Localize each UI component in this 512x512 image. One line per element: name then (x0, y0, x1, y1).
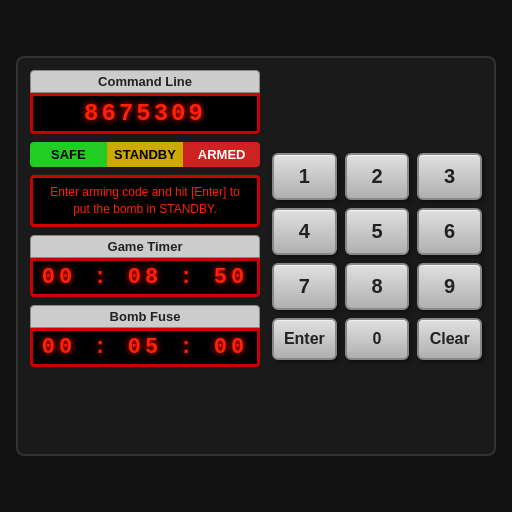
key-3[interactable]: 3 (417, 153, 482, 200)
status-armed: ARMED (183, 142, 260, 167)
timer-display: 00 : 08 : 50 (30, 258, 260, 297)
message-box: Enter arming code and hit [Enter] to put… (30, 175, 260, 227)
status-standby: STANDBY (107, 142, 184, 167)
keypad-grid: 123456789 (272, 153, 482, 310)
key-6[interactable]: 6 (417, 208, 482, 255)
timer-label: Game Timer (30, 235, 260, 258)
key-2[interactable]: 2 (345, 153, 410, 200)
keypad-bottom: Enter0Clear (272, 318, 482, 360)
command-display: 8675309 (30, 93, 260, 134)
fuse-section: Bomb Fuse 00 : 05 : 00 (30, 305, 260, 367)
key-9[interactable]: 9 (417, 263, 482, 310)
key-5[interactable]: 5 (345, 208, 410, 255)
right-panel: 123456789 Enter0Clear (272, 70, 482, 442)
key-enter[interactable]: Enter (272, 318, 337, 360)
status-safe: SAFE (30, 142, 107, 167)
left-panel: Command Line 8675309 SAFE STANDBY ARMED … (30, 70, 260, 442)
key-4[interactable]: 4 (272, 208, 337, 255)
key-1[interactable]: 1 (272, 153, 337, 200)
key-0[interactable]: 0 (345, 318, 410, 360)
key-7[interactable]: 7 (272, 263, 337, 310)
timer-section: Game Timer 00 : 08 : 50 (30, 235, 260, 297)
command-section: Command Line 8675309 (30, 70, 260, 134)
key-8[interactable]: 8 (345, 263, 410, 310)
fuse-label: Bomb Fuse (30, 305, 260, 328)
status-row: SAFE STANDBY ARMED (30, 142, 260, 167)
fuse-display: 00 : 05 : 00 (30, 328, 260, 367)
key-clear[interactable]: Clear (417, 318, 482, 360)
main-container: Command Line 8675309 SAFE STANDBY ARMED … (16, 56, 496, 456)
command-label: Command Line (30, 70, 260, 93)
